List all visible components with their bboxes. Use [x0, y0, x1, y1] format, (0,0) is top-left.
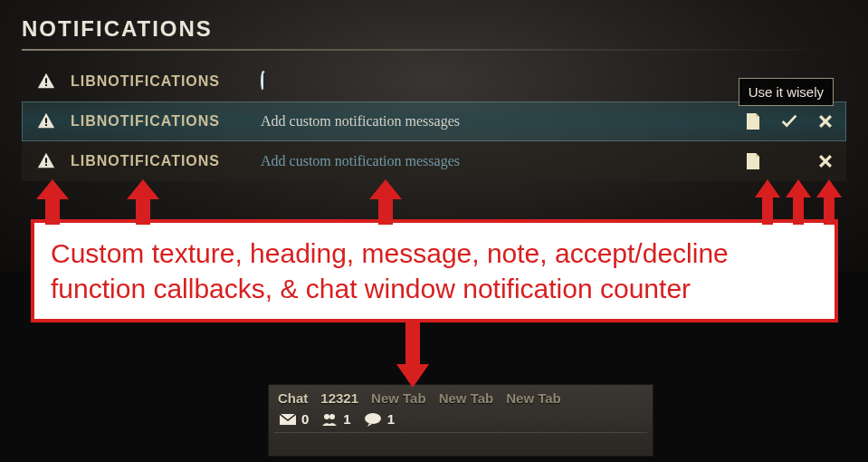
mail-counter[interactable]: 0: [280, 411, 309, 427]
annotation-arrow-icon: [369, 179, 402, 225]
svg-point-9: [365, 413, 381, 424]
chat-tab[interactable]: New Tab: [439, 390, 494, 406]
chat-tab[interactable]: Chat: [278, 390, 308, 406]
chat-tabs: Chat 12321 New Tab New Tab New Tab: [269, 385, 653, 408]
annotation-arrow-icon: [786, 179, 811, 225]
row-actions: [743, 151, 841, 171]
decline-icon[interactable]: [816, 151, 835, 171]
page-title: NOTIFICATIONS: [22, 16, 846, 42]
notification-message: Add custom notification messages: [261, 113, 743, 130]
notification-row[interactable]: LIBNOTIFICATIONS Add custom notification…: [22, 101, 846, 141]
warning-icon: [34, 149, 58, 173]
annotation-arrow-icon: [36, 179, 69, 225]
svg-rect-2: [45, 118, 47, 123]
accept-icon[interactable]: [779, 111, 799, 131]
friends-count: 1: [343, 411, 350, 427]
notification-count: 1: [387, 411, 395, 427]
friends-counter[interactable]: 1: [321, 411, 350, 427]
divider: [22, 49, 846, 51]
svg-rect-0: [45, 78, 47, 83]
svg-point-7: [324, 414, 329, 419]
chat-tab[interactable]: New Tab: [506, 390, 561, 406]
annotation-arrow-icon: [816, 179, 842, 225]
annotation-arrow-icon: [755, 179, 780, 225]
annotation-arrow-icon: [127, 179, 159, 225]
svg-rect-3: [45, 124, 47, 126]
notification-list: LIBNOTIFICATIONS LIBNOTIFICATIONS Add cu…: [22, 62, 846, 181]
annotation-arrow-icon: [396, 319, 429, 388]
loading-spinner-icon: [261, 71, 266, 91]
svg-rect-5: [45, 164, 47, 166]
decline-icon[interactable]: [816, 111, 835, 131]
notification-message: Add custom notification messages: [261, 153, 743, 169]
svg-rect-4: [45, 158, 47, 163]
warning-icon: [34, 70, 58, 93]
notification-counter[interactable]: 1: [364, 411, 395, 427]
notification-row[interactable]: LIBNOTIFICATIONS: [22, 62, 846, 101]
chat-log: [274, 432, 647, 437]
notification-heading: LIBNOTIFICATIONS: [71, 153, 261, 169]
note-icon[interactable]: [743, 111, 763, 131]
svg-point-8: [329, 414, 335, 419]
notification-row[interactable]: LIBNOTIFICATIONS Add custom notification…: [22, 141, 846, 181]
friends-icon: [321, 413, 338, 426]
annotation-callout: Custom texture, heading, message, note, …: [31, 219, 838, 322]
chat-tab[interactable]: New Tab: [371, 390, 426, 406]
speech-bubble-icon: [364, 412, 382, 427]
svg-rect-1: [45, 84, 47, 86]
chat-status-bar: 0 1 1: [269, 408, 653, 430]
notification-heading: LIBNOTIFICATIONS: [71, 113, 261, 130]
warning-icon: [34, 110, 58, 133]
chat-window: Chat 12321 New Tab New Tab New Tab 0 1 1: [268, 384, 653, 457]
notification-heading: LIBNOTIFICATIONS: [71, 73, 261, 90]
note-icon[interactable]: [743, 151, 763, 171]
row-actions: [743, 111, 841, 131]
chat-tab[interactable]: 12321: [320, 390, 358, 406]
mail-count: 0: [301, 411, 309, 427]
tooltip: Use it wisely: [739, 78, 834, 106]
mail-icon: [280, 414, 296, 425]
